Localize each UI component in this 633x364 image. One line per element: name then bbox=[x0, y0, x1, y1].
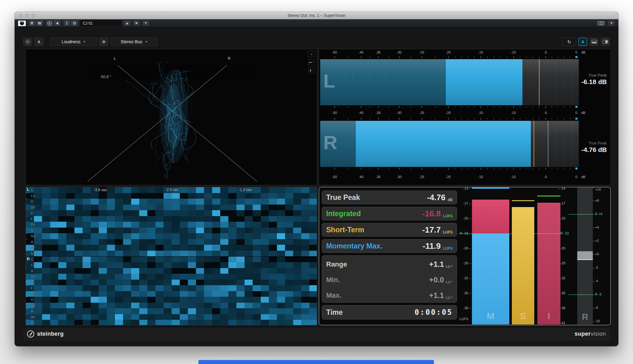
scale-label: -35 bbox=[374, 175, 383, 179]
spectral-cell bbox=[99, 303, 107, 309]
spectral-cell bbox=[131, 187, 139, 193]
plugin-settings-button[interactable]: ⚙ bbox=[71, 20, 78, 26]
layout-side-button[interactable] bbox=[601, 38, 610, 46]
spectral-cell bbox=[172, 193, 180, 199]
spectral-cell bbox=[293, 233, 301, 239]
chevron-down-icon bbox=[145, 41, 147, 43]
view-a-button[interactable]: A bbox=[578, 38, 587, 46]
module-select[interactable]: Loudness bbox=[50, 38, 97, 46]
spectral-cell bbox=[34, 239, 42, 245]
spectral-cell bbox=[180, 320, 188, 325]
tick-minor bbox=[411, 118, 411, 120]
spectral-cell bbox=[83, 291, 91, 297]
previous-preset-button[interactable] bbox=[123, 20, 131, 26]
bypass-button[interactable] bbox=[18, 20, 26, 26]
reset-button[interactable]: ↻ bbox=[562, 38, 576, 46]
spectral-cell bbox=[91, 291, 99, 297]
spectral-cell bbox=[301, 268, 309, 274]
spectral-cell bbox=[91, 222, 99, 228]
window-titlebar[interactable]: Stereo Out: Ins. 1 – SuperVision bbox=[15, 12, 618, 19]
spectral-cell bbox=[139, 193, 147, 199]
spectral-cell bbox=[147, 193, 155, 199]
close-window-button[interactable] bbox=[19, 14, 23, 17]
scale-dash bbox=[469, 293, 471, 294]
spectral-cell bbox=[196, 280, 204, 286]
spectral-cell bbox=[277, 251, 285, 257]
spectral-cell bbox=[261, 285, 269, 291]
spectral-cell bbox=[50, 187, 58, 193]
read-automation-button[interactable]: R bbox=[28, 20, 36, 26]
zoom-horizontal-button[interactable]: + bbox=[308, 59, 315, 65]
supervision-toolbar: A Loudness ⚙ Stereo Bus ↻ A bbox=[23, 36, 610, 47]
desktop: Stereo Out: Ins. 1 – SuperVision R W a ↧… bbox=[0, 0, 633, 364]
spectral-cell bbox=[131, 239, 139, 245]
spectral-cell bbox=[204, 291, 212, 297]
spectral-cell bbox=[293, 222, 301, 228]
spectral-cell bbox=[83, 233, 91, 239]
spectral-cell bbox=[220, 233, 228, 239]
preset-field[interactable]: CJ 01 bbox=[80, 20, 121, 26]
note-label: G# bbox=[31, 304, 36, 307]
ab-switch-button[interactable]: a bbox=[46, 20, 53, 26]
row-tick bbox=[26, 285, 28, 286]
lu-scale-label: +2 bbox=[595, 239, 610, 243]
spectral-cell bbox=[99, 251, 107, 257]
spectral-cell bbox=[277, 257, 285, 262]
channel-select[interactable]: Stereo Bus bbox=[111, 38, 157, 46]
spectral-cell bbox=[42, 268, 50, 274]
layout-bottom-button[interactable] bbox=[590, 38, 598, 46]
spectral-cell bbox=[131, 308, 139, 314]
spectral-cell bbox=[228, 320, 236, 325]
spectral-cell bbox=[204, 210, 212, 216]
spectral-cell bbox=[50, 308, 58, 314]
down-arrow-icon bbox=[135, 22, 138, 24]
spectral-cell bbox=[236, 228, 245, 234]
tick-minor bbox=[389, 168, 389, 169]
spectral-cell bbox=[253, 205, 261, 210]
output-routing-button[interactable]: ↧ bbox=[63, 20, 71, 26]
spectral-cell bbox=[123, 245, 131, 251]
spectral-cell bbox=[91, 233, 99, 239]
spectral-cell bbox=[309, 274, 317, 280]
tick-minor bbox=[539, 106, 539, 108]
minimize-window-button[interactable] bbox=[25, 14, 29, 17]
copy-ab-button[interactable] bbox=[53, 20, 61, 26]
spectral-cell bbox=[155, 193, 164, 199]
plugin-menu-button[interactable] bbox=[608, 20, 615, 26]
spectral-cell bbox=[50, 257, 58, 262]
spectral-cell bbox=[293, 228, 301, 234]
spectral-cell bbox=[74, 187, 83, 193]
spectral-cell bbox=[115, 228, 123, 234]
spectral-cell bbox=[212, 303, 220, 309]
row-tick bbox=[26, 228, 28, 228]
spectral-cell bbox=[131, 274, 139, 280]
next-preset-button[interactable] bbox=[133, 20, 140, 26]
spectral-cell bbox=[155, 303, 164, 309]
spectral-cell bbox=[253, 303, 261, 309]
spectral-cell bbox=[253, 285, 261, 291]
spectral-cell bbox=[34, 320, 42, 325]
spectral-cell bbox=[293, 193, 301, 199]
spectral-cell bbox=[50, 303, 58, 309]
module-settings-button[interactable]: ⚙ bbox=[99, 38, 108, 46]
snapshot-button[interactable] bbox=[596, 20, 606, 26]
note-label: B bbox=[31, 321, 33, 324]
pause-button[interactable] bbox=[23, 38, 32, 46]
spectral-cell bbox=[50, 291, 58, 297]
spectral-cell bbox=[228, 205, 236, 210]
tick-minor bbox=[389, 106, 389, 108]
spectral-cell bbox=[180, 291, 188, 297]
spectral-cell bbox=[285, 193, 293, 199]
zoom-window-button[interactable] bbox=[31, 14, 35, 17]
tick-minor bbox=[461, 118, 462, 120]
preset-menu-button[interactable] bbox=[142, 20, 150, 26]
spectral-cell bbox=[236, 274, 245, 280]
spectral-cell bbox=[131, 233, 139, 239]
zoom-vertical-button[interactable]: + bbox=[308, 67, 315, 73]
spectral-cell bbox=[99, 274, 107, 280]
tick-major bbox=[481, 168, 481, 170]
preset-a-button[interactable]: A bbox=[35, 38, 43, 46]
write-automation-button[interactable]: W bbox=[36, 20, 43, 26]
spectral-cell bbox=[180, 280, 188, 286]
close-icon[interactable]: × bbox=[308, 51, 315, 57]
